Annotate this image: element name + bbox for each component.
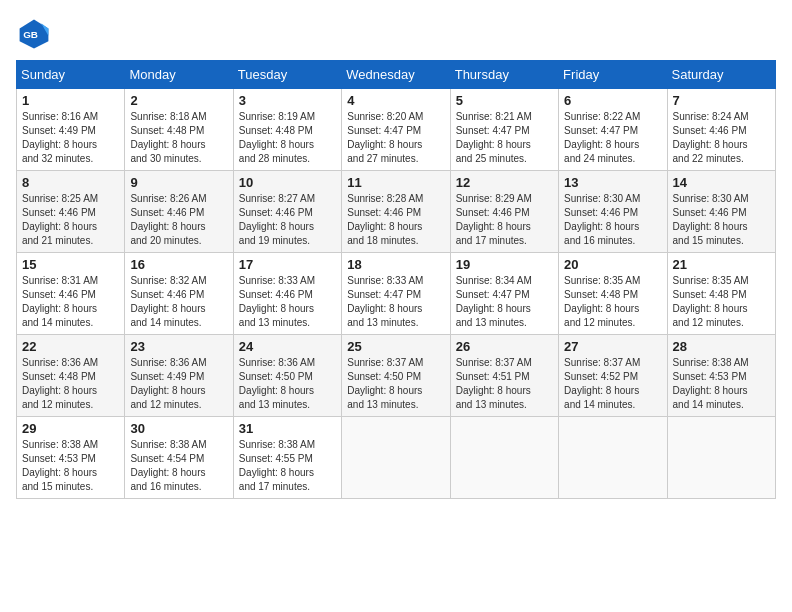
day-number: 10 bbox=[239, 175, 336, 190]
day-info: Sunrise: 8:28 AMSunset: 4:46 PMDaylight:… bbox=[347, 192, 444, 248]
calendar-day-cell: 17Sunrise: 8:33 AMSunset: 4:46 PMDayligh… bbox=[233, 253, 341, 335]
calendar-day-cell: 3Sunrise: 8:19 AMSunset: 4:48 PMDaylight… bbox=[233, 89, 341, 171]
day-info: Sunrise: 8:33 AMSunset: 4:46 PMDaylight:… bbox=[239, 274, 336, 330]
day-number: 7 bbox=[673, 93, 770, 108]
day-number: 30 bbox=[130, 421, 227, 436]
day-number: 4 bbox=[347, 93, 444, 108]
calendar-day-cell bbox=[342, 417, 450, 499]
day-info: Sunrise: 8:21 AMSunset: 4:47 PMDaylight:… bbox=[456, 110, 553, 166]
calendar-day-cell bbox=[667, 417, 775, 499]
day-info: Sunrise: 8:18 AMSunset: 4:48 PMDaylight:… bbox=[130, 110, 227, 166]
weekday-header-cell: Wednesday bbox=[342, 61, 450, 89]
calendar-day-cell: 23Sunrise: 8:36 AMSunset: 4:49 PMDayligh… bbox=[125, 335, 233, 417]
calendar-day-cell: 21Sunrise: 8:35 AMSunset: 4:48 PMDayligh… bbox=[667, 253, 775, 335]
day-info: Sunrise: 8:32 AMSunset: 4:46 PMDaylight:… bbox=[130, 274, 227, 330]
day-info: Sunrise: 8:20 AMSunset: 4:47 PMDaylight:… bbox=[347, 110, 444, 166]
calendar-body: 1Sunrise: 8:16 AMSunset: 4:49 PMDaylight… bbox=[17, 89, 776, 499]
day-info: Sunrise: 8:37 AMSunset: 4:50 PMDaylight:… bbox=[347, 356, 444, 412]
calendar-day-cell: 10Sunrise: 8:27 AMSunset: 4:46 PMDayligh… bbox=[233, 171, 341, 253]
day-number: 12 bbox=[456, 175, 553, 190]
day-number: 29 bbox=[22, 421, 119, 436]
calendar-day-cell: 26Sunrise: 8:37 AMSunset: 4:51 PMDayligh… bbox=[450, 335, 558, 417]
calendar-day-cell: 31Sunrise: 8:38 AMSunset: 4:55 PMDayligh… bbox=[233, 417, 341, 499]
weekday-header-cell: Friday bbox=[559, 61, 667, 89]
day-number: 18 bbox=[347, 257, 444, 272]
day-info: Sunrise: 8:31 AMSunset: 4:46 PMDaylight:… bbox=[22, 274, 119, 330]
calendar-day-cell: 22Sunrise: 8:36 AMSunset: 4:48 PMDayligh… bbox=[17, 335, 125, 417]
calendar-day-cell: 2Sunrise: 8:18 AMSunset: 4:48 PMDaylight… bbox=[125, 89, 233, 171]
day-number: 3 bbox=[239, 93, 336, 108]
calendar-day-cell: 18Sunrise: 8:33 AMSunset: 4:47 PMDayligh… bbox=[342, 253, 450, 335]
day-info: Sunrise: 8:36 AMSunset: 4:50 PMDaylight:… bbox=[239, 356, 336, 412]
weekday-header-cell: Monday bbox=[125, 61, 233, 89]
day-info: Sunrise: 8:34 AMSunset: 4:47 PMDaylight:… bbox=[456, 274, 553, 330]
logo-icon: GB bbox=[16, 16, 52, 52]
calendar-day-cell: 14Sunrise: 8:30 AMSunset: 4:46 PMDayligh… bbox=[667, 171, 775, 253]
calendar-day-cell: 15Sunrise: 8:31 AMSunset: 4:46 PMDayligh… bbox=[17, 253, 125, 335]
day-number: 19 bbox=[456, 257, 553, 272]
day-info: Sunrise: 8:25 AMSunset: 4:46 PMDaylight:… bbox=[22, 192, 119, 248]
calendar-day-cell: 7Sunrise: 8:24 AMSunset: 4:46 PMDaylight… bbox=[667, 89, 775, 171]
day-info: Sunrise: 8:35 AMSunset: 4:48 PMDaylight:… bbox=[673, 274, 770, 330]
day-number: 5 bbox=[456, 93, 553, 108]
svg-text:GB: GB bbox=[23, 29, 38, 40]
calendar-day-cell: 13Sunrise: 8:30 AMSunset: 4:46 PMDayligh… bbox=[559, 171, 667, 253]
day-info: Sunrise: 8:38 AMSunset: 4:54 PMDaylight:… bbox=[130, 438, 227, 494]
day-number: 26 bbox=[456, 339, 553, 354]
day-number: 28 bbox=[673, 339, 770, 354]
calendar-day-cell: 30Sunrise: 8:38 AMSunset: 4:54 PMDayligh… bbox=[125, 417, 233, 499]
day-info: Sunrise: 8:38 AMSunset: 4:53 PMDaylight:… bbox=[22, 438, 119, 494]
day-number: 9 bbox=[130, 175, 227, 190]
day-number: 25 bbox=[347, 339, 444, 354]
day-info: Sunrise: 8:30 AMSunset: 4:46 PMDaylight:… bbox=[673, 192, 770, 248]
calendar-week-row: 8Sunrise: 8:25 AMSunset: 4:46 PMDaylight… bbox=[17, 171, 776, 253]
weekday-header-row: SundayMondayTuesdayWednesdayThursdayFrid… bbox=[17, 61, 776, 89]
day-number: 16 bbox=[130, 257, 227, 272]
calendar-week-row: 22Sunrise: 8:36 AMSunset: 4:48 PMDayligh… bbox=[17, 335, 776, 417]
calendar-table: SundayMondayTuesdayWednesdayThursdayFrid… bbox=[16, 60, 776, 499]
calendar-day-cell: 12Sunrise: 8:29 AMSunset: 4:46 PMDayligh… bbox=[450, 171, 558, 253]
calendar-day-cell: 11Sunrise: 8:28 AMSunset: 4:46 PMDayligh… bbox=[342, 171, 450, 253]
calendar-day-cell: 28Sunrise: 8:38 AMSunset: 4:53 PMDayligh… bbox=[667, 335, 775, 417]
day-number: 23 bbox=[130, 339, 227, 354]
day-info: Sunrise: 8:29 AMSunset: 4:46 PMDaylight:… bbox=[456, 192, 553, 248]
day-number: 20 bbox=[564, 257, 661, 272]
weekday-header-cell: Saturday bbox=[667, 61, 775, 89]
day-number: 27 bbox=[564, 339, 661, 354]
day-info: Sunrise: 8:33 AMSunset: 4:47 PMDaylight:… bbox=[347, 274, 444, 330]
calendar-day-cell: 16Sunrise: 8:32 AMSunset: 4:46 PMDayligh… bbox=[125, 253, 233, 335]
day-number: 14 bbox=[673, 175, 770, 190]
day-number: 24 bbox=[239, 339, 336, 354]
logo: GB bbox=[16, 16, 56, 52]
day-info: Sunrise: 8:38 AMSunset: 4:55 PMDaylight:… bbox=[239, 438, 336, 494]
day-number: 22 bbox=[22, 339, 119, 354]
calendar-day-cell bbox=[559, 417, 667, 499]
calendar-day-cell: 5Sunrise: 8:21 AMSunset: 4:47 PMDaylight… bbox=[450, 89, 558, 171]
calendar-day-cell: 25Sunrise: 8:37 AMSunset: 4:50 PMDayligh… bbox=[342, 335, 450, 417]
day-info: Sunrise: 8:24 AMSunset: 4:46 PMDaylight:… bbox=[673, 110, 770, 166]
calendar-day-cell: 6Sunrise: 8:22 AMSunset: 4:47 PMDaylight… bbox=[559, 89, 667, 171]
day-info: Sunrise: 8:16 AMSunset: 4:49 PMDaylight:… bbox=[22, 110, 119, 166]
day-info: Sunrise: 8:22 AMSunset: 4:47 PMDaylight:… bbox=[564, 110, 661, 166]
calendar-week-row: 29Sunrise: 8:38 AMSunset: 4:53 PMDayligh… bbox=[17, 417, 776, 499]
day-info: Sunrise: 8:26 AMSunset: 4:46 PMDaylight:… bbox=[130, 192, 227, 248]
page-header: GB bbox=[16, 16, 776, 52]
day-number: 17 bbox=[239, 257, 336, 272]
day-info: Sunrise: 8:37 AMSunset: 4:52 PMDaylight:… bbox=[564, 356, 661, 412]
day-number: 1 bbox=[22, 93, 119, 108]
calendar-day-cell bbox=[450, 417, 558, 499]
day-number: 6 bbox=[564, 93, 661, 108]
day-info: Sunrise: 8:30 AMSunset: 4:46 PMDaylight:… bbox=[564, 192, 661, 248]
calendar-day-cell: 24Sunrise: 8:36 AMSunset: 4:50 PMDayligh… bbox=[233, 335, 341, 417]
day-info: Sunrise: 8:35 AMSunset: 4:48 PMDaylight:… bbox=[564, 274, 661, 330]
weekday-header-cell: Sunday bbox=[17, 61, 125, 89]
day-number: 11 bbox=[347, 175, 444, 190]
calendar-week-row: 15Sunrise: 8:31 AMSunset: 4:46 PMDayligh… bbox=[17, 253, 776, 335]
day-number: 21 bbox=[673, 257, 770, 272]
calendar-day-cell: 20Sunrise: 8:35 AMSunset: 4:48 PMDayligh… bbox=[559, 253, 667, 335]
calendar-week-row: 1Sunrise: 8:16 AMSunset: 4:49 PMDaylight… bbox=[17, 89, 776, 171]
calendar-day-cell: 1Sunrise: 8:16 AMSunset: 4:49 PMDaylight… bbox=[17, 89, 125, 171]
calendar-day-cell: 27Sunrise: 8:37 AMSunset: 4:52 PMDayligh… bbox=[559, 335, 667, 417]
calendar-day-cell: 9Sunrise: 8:26 AMSunset: 4:46 PMDaylight… bbox=[125, 171, 233, 253]
day-info: Sunrise: 8:36 AMSunset: 4:49 PMDaylight:… bbox=[130, 356, 227, 412]
